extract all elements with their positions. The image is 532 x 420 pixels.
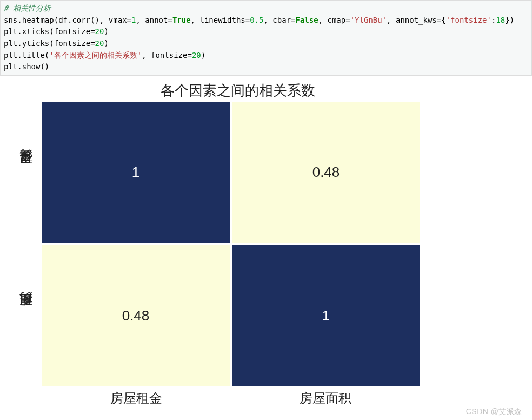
heatmap-cell-1-0: 0.48 xyxy=(42,245,230,386)
x-axis-labels: 房屋租金 房屋面积 xyxy=(42,390,420,411)
y-tick-1: 房屋面积 xyxy=(12,244,39,386)
y-axis-labels: 房屋租金 房屋面积 xyxy=(12,102,39,386)
y-tick-0: 房屋租金 xyxy=(12,102,39,244)
watermark: CSDN @艾派森 xyxy=(466,407,522,417)
code-line-5: plt.title('各个因素之间的相关系数', fontsize=20) xyxy=(4,51,205,60)
code-line-2: sns.heatmap(df.corr(), vmax=1, annot=Tru… xyxy=(4,16,514,24)
code-cell: # 相关性分析 sns.heatmap(df.corr(), vmax=1, a… xyxy=(0,0,532,76)
code-line-6: plt.show() xyxy=(4,62,49,71)
x-tick-0: 房屋租金 xyxy=(42,390,231,411)
code-comment: # 相关性分析 xyxy=(4,4,51,12)
code-line-3: plt.xticks(fontsize=20) xyxy=(4,27,109,36)
code-line-4: plt.yticks(fontsize=20) xyxy=(4,39,109,48)
heatmap-cell-1-1: 1 xyxy=(232,245,420,386)
heatmap-cell-0-0: 1 xyxy=(42,102,230,243)
x-tick-1: 房屋面积 xyxy=(231,390,420,411)
heatmap-chart: 各个因素之间的相关系数 房屋租金 房屋面积 1 0.48 0.48 1 房屋租金… xyxy=(8,81,435,417)
chart-title: 各个因素之间的相关系数 xyxy=(41,81,435,100)
heatmap-cell-0-1: 0.48 xyxy=(232,102,420,243)
heatmap-grid: 1 0.48 0.48 1 xyxy=(42,102,420,386)
